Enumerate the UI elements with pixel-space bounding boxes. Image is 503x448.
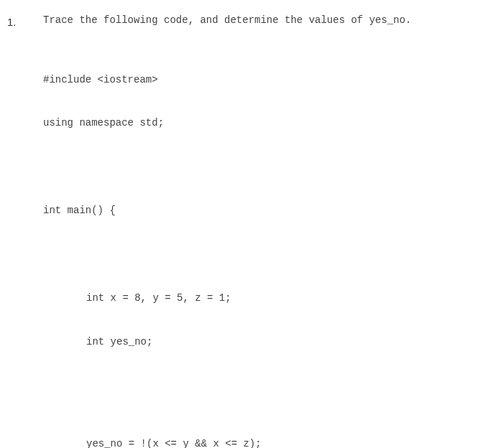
namespace-line: using namespace std;: [43, 116, 496, 130]
problem-container: 1. Trace the following code, and determi…: [7, 14, 496, 448]
code-block: #include <iostream> using namespace std;…: [43, 43, 496, 448]
include-line: #include <iostream>: [43, 73, 496, 87]
blank: [43, 378, 496, 393]
blank: [43, 159, 496, 174]
main-decl: int main() {: [43, 203, 496, 218]
var-decl1: int x = 8, y = 5, z = 1;: [43, 291, 496, 305]
var-decl2: int yes_no;: [43, 335, 496, 349]
prompt-text: Trace the following code, and determine …: [43, 14, 496, 26]
problem-number: 1.: [7, 14, 43, 28]
content-column: Trace the following code, and determine …: [43, 14, 496, 448]
blank: [43, 247, 496, 261]
expr1-assign: yes_no = !(x <= y && x <= z);: [43, 437, 496, 448]
